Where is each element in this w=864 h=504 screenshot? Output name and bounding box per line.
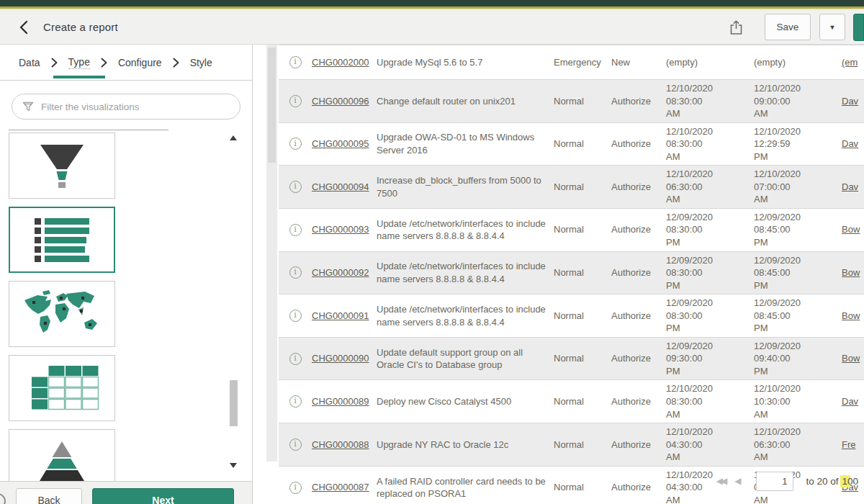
- save-dropdown-button[interactable]: ▼: [819, 14, 845, 40]
- sidebar-scrollbar: [229, 132, 238, 471]
- visualization-list: [0, 132, 252, 481]
- record-number-link[interactable]: CHG0002000: [312, 57, 369, 68]
- record-state: Authorize: [611, 181, 666, 194]
- breadcrumb-step-style[interactable]: Style: [190, 57, 212, 68]
- breadcrumb-step-type[interactable]: Type: [68, 56, 90, 69]
- first-page-button[interactable]: ◀◀: [716, 476, 725, 486]
- viz-thumbnail-map[interactable]: [9, 281, 115, 347]
- save-button[interactable]: Save: [765, 14, 811, 40]
- info-icon[interactable]: i: [289, 482, 302, 494]
- viz-thumbnail-list[interactable]: [9, 207, 115, 273]
- funnel-chart-icon: [19, 140, 105, 191]
- filter-input[interactable]: [41, 102, 230, 112]
- record-state: Authorize: [611, 352, 666, 365]
- heatmap-chart-icon: [19, 363, 105, 413]
- info-icon[interactable]: i: [289, 181, 302, 193]
- map-chart-icon: [19, 289, 105, 339]
- record-start-date: 12/10/2020 06:30:00AM: [666, 168, 754, 206]
- table-row: iCHG0000095Upgrade OWA-SD-01 to MS Windo…: [279, 123, 864, 166]
- next-step-button[interactable]: Next: [92, 488, 234, 504]
- chevron-right-icon: [101, 58, 107, 68]
- chevron-right-icon: [173, 58, 179, 68]
- record-number-link[interactable]: CHG0000091: [312, 310, 369, 321]
- record-state: Authorize: [611, 481, 666, 494]
- breadcrumb-step-data[interactable]: Data: [19, 57, 40, 68]
- viz-thumbnail-heatmap[interactable]: [9, 355, 115, 421]
- pagination-total: 100: [842, 476, 858, 487]
- viz-thumbnail-pyramid[interactable]: [9, 429, 115, 481]
- scrollbar-thumb[interactable]: [230, 380, 238, 426]
- record-number-link[interactable]: CHG0000087: [312, 482, 369, 492]
- record-end-date: 12/10/2020 07:00:00AM: [754, 168, 842, 206]
- record-start-date: 12/10/2020 04:30:00AM: [666, 426, 754, 464]
- record-start-date: 12/10/2020 08:30:00AM: [666, 382, 754, 420]
- record-assignee-link[interactable]: Bow: [842, 310, 860, 321]
- record-start-date: (empty): [666, 56, 754, 69]
- record-assignee-link[interactable]: Bow: [842, 267, 860, 278]
- info-icon[interactable]: i: [289, 438, 302, 451]
- scroll-up-icon[interactable]: [230, 135, 237, 140]
- info-icon[interactable]: i: [289, 95, 302, 107]
- record-end-date: (empty): [754, 56, 842, 69]
- record-number-link[interactable]: CHG0000088: [312, 439, 369, 450]
- record-start-date: 12/09/2020 09:30:00PM: [666, 340, 754, 378]
- record-state: Authorize: [611, 438, 666, 451]
- table-row: iCHG0000093Update /etc/network/interface…: [279, 209, 864, 252]
- record-end-date: 12/10/2020 10:30:00AM: [754, 382, 842, 420]
- info-icon[interactable]: i: [289, 266, 302, 279]
- record-priority: Normal: [554, 395, 611, 408]
- info-icon[interactable]: i: [289, 310, 302, 322]
- record-number-link[interactable]: CHG0000094: [312, 181, 369, 192]
- record-description: Update /etc/network/interfaces to includ…: [377, 217, 554, 243]
- page-number-input[interactable]: [756, 472, 793, 491]
- record-number-link[interactable]: CHG0000096: [312, 96, 369, 107]
- share-button[interactable]: [729, 19, 743, 35]
- record-assignee-link[interactable]: Dav: [842, 181, 858, 192]
- record-number-link[interactable]: CHG0000089: [312, 396, 369, 407]
- previous-page-button[interactable]: ◀: [734, 476, 741, 486]
- info-icon[interactable]: i: [289, 224, 302, 236]
- app-header: Create a report Save ▼: [0, 10, 864, 45]
- record-start-date: 12/10/2020 08:30:00AM: [666, 125, 754, 163]
- record-state: Authorize: [611, 138, 666, 150]
- record-priority: Normal: [554, 95, 611, 108]
- record-number-link[interactable]: CHG0000090: [312, 353, 369, 364]
- info-icon[interactable]: i: [289, 138, 302, 150]
- record-priority: Normal: [554, 181, 611, 194]
- info-icon[interactable]: i: [289, 395, 302, 408]
- record-assignee-link[interactable]: Dav: [842, 396, 858, 407]
- record-assignee-link[interactable]: Bow: [842, 353, 860, 364]
- record-state: New: [611, 56, 666, 69]
- table-scrollbar-thumb[interactable]: [268, 48, 276, 163]
- record-priority: Normal: [554, 481, 611, 494]
- back-step-button[interactable]: Back: [16, 488, 82, 504]
- visualization-filter: [12, 94, 240, 120]
- record-state: Authorize: [611, 395, 666, 408]
- info-icon[interactable]: i: [289, 56, 302, 68]
- record-priority: Normal: [554, 310, 611, 323]
- list-divider: [9, 130, 168, 130]
- record-assignee-link[interactable]: Fre: [842, 439, 856, 450]
- record-description: Update /etc/network/interfaces to includ…: [377, 260, 554, 285]
- record-description: Increase db_block_buffers from 5000 to 7…: [377, 174, 554, 199]
- record-assignee-link[interactable]: Dav: [842, 138, 858, 149]
- viz-thumbnail-funnel[interactable]: [9, 132, 115, 199]
- record-start-date: 12/09/2020 08:30:00PM: [666, 254, 754, 292]
- record-end-date: 12/10/2020 06:30:00AM: [754, 426, 842, 464]
- record-number-link[interactable]: CHG0000092: [312, 267, 369, 278]
- record-number-link[interactable]: CHG0000093: [312, 224, 369, 235]
- record-assignee-link[interactable]: Dav: [842, 96, 858, 107]
- record-state: Authorize: [611, 310, 666, 323]
- record-priority: Normal: [554, 438, 611, 451]
- help-icon[interactable]: [0, 493, 6, 504]
- table-row: iCHG0002000Upgrade MySql 5.6 to 5.7Emerg…: [279, 45, 864, 80]
- record-state: Authorize: [611, 223, 666, 236]
- partial-primary-button[interactable]: [853, 14, 864, 41]
- scroll-down-icon[interactable]: [230, 463, 237, 468]
- info-icon[interactable]: i: [289, 353, 302, 365]
- record-number-link[interactable]: CHG0000095: [312, 138, 369, 149]
- breadcrumb-step-configure[interactable]: Configure: [118, 57, 162, 68]
- record-assignee-link[interactable]: (em: [842, 57, 858, 68]
- record-assignee-link[interactable]: Bow: [842, 224, 860, 235]
- back-navigation-button[interactable]: [19, 20, 29, 35]
